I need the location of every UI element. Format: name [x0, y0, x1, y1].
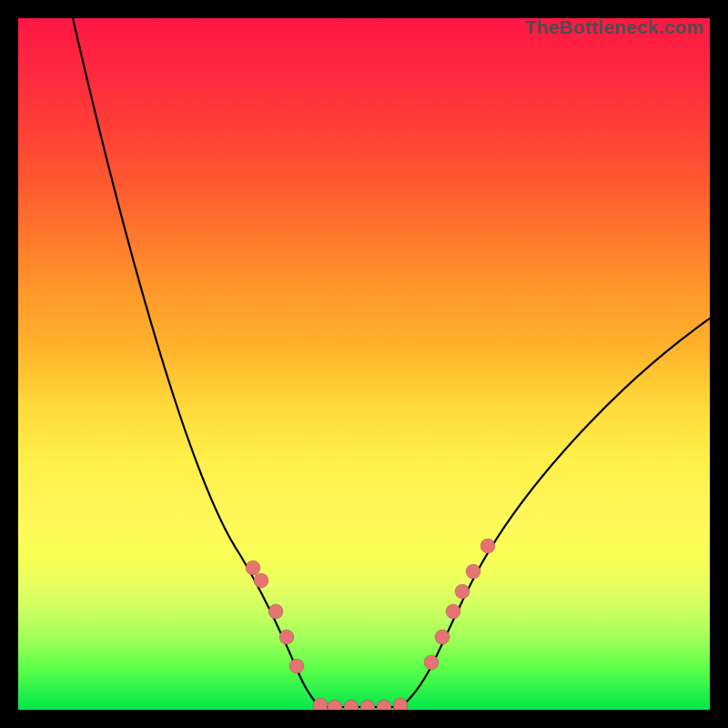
bottleneck-curve: [18, 18, 710, 710]
curve-dot: [328, 700, 342, 710]
chart-plot-area: TheBottleneck.com: [18, 18, 710, 710]
curve-dots: [246, 539, 495, 710]
curve-dot: [360, 700, 375, 710]
curve-dot: [268, 604, 283, 619]
curve-dot: [344, 700, 359, 710]
curve-dot: [455, 584, 470, 599]
curve-left-path: [73, 18, 320, 707]
curve-dot: [435, 630, 450, 644]
curve-dot: [393, 698, 408, 710]
curve-dot: [313, 698, 328, 710]
curve-dot: [466, 564, 480, 579]
curve-dot: [279, 630, 294, 644]
curve-dot: [254, 573, 268, 588]
chart-frame: TheBottleneck.com: [0, 0, 728, 728]
curve-dot: [289, 659, 304, 673]
curve-right-path: [400, 318, 710, 707]
curve-dot: [377, 700, 391, 710]
curve-dot: [246, 561, 260, 575]
watermark-text: TheBottleneck.com: [525, 16, 704, 38]
curve-dot: [480, 539, 495, 553]
curve-dot: [446, 604, 460, 619]
curve-dot: [424, 655, 439, 670]
